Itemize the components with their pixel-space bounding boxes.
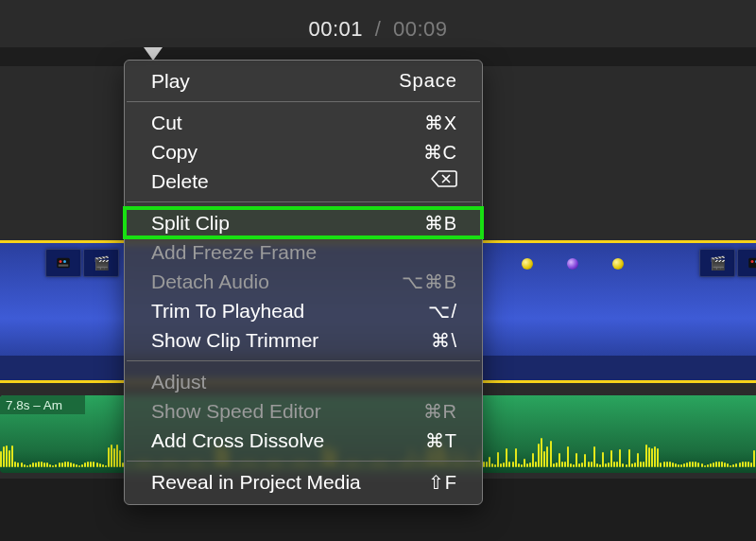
menu-item-delete[interactable]: Delete — [125, 166, 482, 196]
keyframe-dot-icon[interactable] — [522, 258, 533, 270]
menu-item-label: Show Speed Editor — [151, 400, 321, 423]
menu-item-label: Split Clip — [151, 212, 230, 235]
menu-item-label: Add Freeze Frame — [151, 241, 317, 264]
menu-separator — [127, 101, 480, 102]
context-menu[interactable]: PlaySpaceCut⌘XCopy⌘CDeleteSplit Clip⌘BAd… — [124, 60, 483, 505]
clip-thumbnail[interactable]: 🎬 — [83, 249, 119, 277]
time-counter: 00:01 / 00:09 — [0, 17, 756, 42]
menu-item-add-cross-dissolve[interactable]: Add Cross Dissolve⌘T — [125, 426, 482, 455]
menu-item-add-freeze-frame: Add Freeze Frame — [125, 237, 482, 267]
menu-separator — [127, 461, 480, 462]
menu-item-trim-to-playhead[interactable]: Trim To Playhead⌥/ — [125, 296, 482, 325]
menu-item-label: Show Clip Trimmer — [151, 329, 318, 352]
svg-point-2 — [63, 260, 66, 263]
clip-thumbnail[interactable] — [45, 249, 81, 277]
menu-item-shortcut: Space — [399, 70, 457, 92]
menu-item-label: Delete — [151, 170, 209, 193]
menu-item-label: Detach Audio — [151, 270, 269, 293]
menu-item-shortcut — [431, 170, 457, 192]
menu-item-reveal-in-project-media[interactable]: Reveal in Project Media⇧F — [125, 467, 482, 497]
menu-item-label: Add Cross Dissolve — [151, 429, 324, 452]
audio-clip-label: 7.8s – Am — [0, 395, 85, 414]
menu-item-split-clip[interactable]: Split Clip⌘B — [125, 208, 482, 237]
menu-item-shortcut: ⌘C — [423, 141, 457, 164]
clip-thumbnail[interactable]: 🎬 — [699, 249, 735, 277]
menu-item-shortcut: ⌘\ — [431, 329, 457, 352]
menu-item-show-clip-trimmer[interactable]: Show Clip Trimmer⌘\ — [125, 325, 482, 355]
time-total: 00:09 — [393, 17, 448, 41]
menu-item-shortcut: ⇧F — [428, 471, 457, 494]
menu-item-label: Trim To Playhead — [151, 300, 304, 323]
menu-item-label: Play — [151, 70, 190, 93]
menu-item-label: Cut — [151, 112, 182, 134]
menu-item-shortcut: ⌘R — [423, 400, 457, 423]
svg-rect-3 — [59, 265, 69, 267]
menu-separator — [127, 201, 480, 202]
menu-item-shortcut: ⌘X — [424, 112, 457, 134]
menu-item-copy[interactable]: Copy⌘C — [125, 137, 482, 166]
menu-item-cut[interactable]: Cut⌘X — [125, 108, 482, 137]
menu-item-show-speed-editor: Show Speed Editor⌘R — [125, 396, 482, 426]
svg-point-5 — [751, 260, 754, 263]
menu-item-play[interactable]: PlaySpace — [125, 66, 482, 96]
menu-item-label: Reveal in Project Media — [151, 471, 361, 494]
keyframe-dot-icon[interactable] — [612, 258, 624, 270]
menu-item-adjust: Adjust — [125, 367, 482, 396]
playhead-marker-icon[interactable] — [144, 47, 163, 61]
clip-thumbnail[interactable] — [737, 249, 756, 277]
keyframe-dot-icon[interactable] — [567, 258, 578, 270]
svg-point-1 — [60, 260, 62, 263]
menu-item-shortcut: ⌘T — [425, 429, 457, 452]
time-separator: / — [375, 17, 382, 41]
menu-item-label: Adjust — [151, 371, 206, 393]
time-current: 00:01 — [309, 17, 364, 41]
menu-item-label: Copy — [151, 141, 198, 164]
menu-item-shortcut: ⌘B — [424, 212, 457, 235]
menu-item-detach-audio: Detach Audio⌥⌘B — [125, 267, 482, 296]
svg-rect-4 — [748, 258, 756, 269]
menu-item-shortcut: ⌥/ — [428, 300, 457, 323]
menu-separator — [127, 360, 480, 361]
menu-item-shortcut: ⌥⌘B — [402, 270, 457, 293]
backspace-icon — [431, 170, 457, 187]
